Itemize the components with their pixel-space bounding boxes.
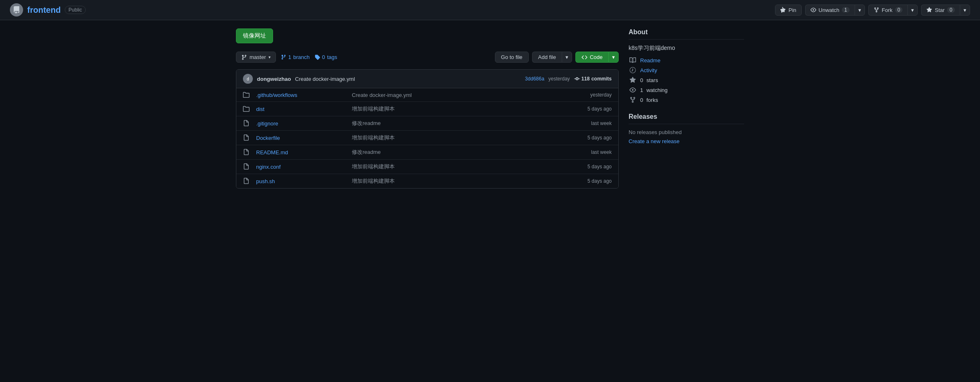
visibility-badge: Public [65, 6, 86, 14]
star-button[interactable]: Star 0 [921, 5, 960, 16]
activity-item[interactable]: Activity [629, 67, 744, 73]
watching-label: watching [646, 87, 667, 93]
file-commit-msg: 修改readme [352, 149, 574, 156]
repo-title: frontend Public [10, 3, 86, 17]
file-icon [243, 178, 251, 184]
forks-item: 0 forks [629, 97, 744, 103]
about-title: About [629, 28, 744, 40]
main-content: 镜像网址 master ▾ 1 branch 0 tags [226, 20, 754, 197]
activity-link[interactable]: Activity [640, 67, 657, 73]
fork-button[interactable]: Fork 0 [868, 5, 908, 16]
fork-label: Fork [882, 7, 893, 13]
file-name[interactable]: README.md [256, 149, 347, 156]
commit-time: yesterday [549, 76, 570, 82]
code-button[interactable]: Code [575, 52, 608, 63]
top-actions: Pin Unwatch 1 ▾ Fork 0 ▾ Star 0 [775, 5, 970, 16]
unwatch-count: 1 [842, 7, 850, 13]
pin-label: Pin [789, 7, 796, 13]
branch-chevron: ▾ [269, 55, 271, 59]
file-action-btns: Go to file Add file ▾ Code ▾ [495, 52, 619, 63]
file-commit-msg: 增加前端构建脚本 [352, 177, 574, 185]
file-icon [243, 149, 251, 156]
code-dropdown[interactable]: ▾ [608, 52, 619, 63]
file-icon [243, 163, 251, 170]
file-name[interactable]: .gitignore [256, 120, 347, 127]
commit-count[interactable]: 118 commits [574, 76, 612, 82]
file-name[interactable]: dist [256, 106, 347, 112]
unwatch-button[interactable]: Unwatch 1 [805, 5, 855, 16]
fork-group: Fork 0 ▾ [868, 5, 918, 16]
file-time: yesterday [579, 92, 612, 98]
file-time: 5 days ago [579, 164, 612, 170]
table-row: push.sh 增加前端构建脚本 5 days ago [236, 174, 618, 188]
repo-name[interactable]: frontend [27, 5, 61, 15]
branches-link[interactable]: 1 branch [281, 54, 310, 60]
commit-count-num: 118 [582, 76, 590, 82]
commit-author[interactable]: dongweizhao [257, 76, 291, 82]
goto-file-button[interactable]: Go to file [495, 52, 529, 63]
tags-link[interactable]: 0 tags [315, 54, 337, 60]
branch-selector[interactable]: master ▾ [236, 52, 276, 63]
table-row: nginx.conf 增加前端构建脚本 5 days ago [236, 160, 618, 174]
file-time: last week [579, 149, 612, 155]
about-section: About k8s学习前端demo Readme Activity 0 s [629, 28, 744, 103]
fork-dropdown[interactable]: ▾ [907, 5, 918, 16]
file-commit-msg: Create docker-image.yml [352, 92, 574, 98]
branch-label: master [250, 54, 266, 60]
file-time: last week [579, 120, 612, 126]
fork-count: 0 [895, 7, 903, 13]
releases-title: Releases [629, 113, 744, 124]
book-icon [629, 57, 637, 64]
file-icon [243, 120, 251, 127]
branches-count: 1 [288, 54, 291, 60]
mirror-button[interactable]: 镜像网址 [236, 28, 273, 43]
file-time: 5 days ago [579, 106, 612, 112]
commit-hash[interactable]: 3dd686a [525, 76, 544, 82]
table-row: .github/workflows Create docker-image.ym… [236, 88, 618, 102]
star-sidebar-icon [629, 77, 637, 83]
unwatch-group: Unwatch 1 ▾ [805, 5, 865, 16]
create-release-link[interactable]: Create a new release [629, 138, 680, 144]
readme-item[interactable]: Readme [629, 57, 744, 64]
file-time: 5 days ago [579, 178, 612, 184]
eye-sidebar-icon [629, 87, 637, 93]
unwatch-dropdown[interactable]: ▾ [855, 5, 865, 16]
add-file-button[interactable]: Add file [532, 52, 562, 63]
watching-item: 1 watching [629, 87, 744, 93]
unwatch-label: Unwatch [819, 7, 840, 13]
file-name[interactable]: Dockerfile [256, 135, 347, 141]
star-count: 0 [947, 7, 955, 13]
add-file-dropdown[interactable]: ▾ [562, 52, 572, 63]
table-row: README.md 修改readme last week [236, 145, 618, 160]
file-name[interactable]: nginx.conf [256, 164, 347, 170]
readme-link[interactable]: Readme [640, 57, 660, 64]
releases-section: Releases No releases published Create a … [629, 113, 744, 144]
activity-icon [629, 67, 637, 73]
about-description: k8s学习前端demo [629, 45, 744, 52]
commit-message: Create docker-image.yml [295, 76, 521, 82]
folder-icon [243, 92, 251, 98]
commit-info-row: d dongweizhao Create docker-image.yml 3d… [236, 70, 618, 88]
star-dropdown[interactable]: ▾ [960, 5, 970, 16]
code-label: Code [590, 54, 603, 60]
sidebar: About k8s学习前端demo Readme Activity 0 s [629, 28, 744, 189]
file-commit-msg: 增加前端构建脚本 [352, 105, 574, 113]
code-btn-group: Code ▾ [575, 52, 619, 63]
star-label: Star [935, 7, 945, 13]
table-row: Dockerfile 增加前端构建脚本 5 days ago [236, 131, 618, 145]
file-commit-msg: 修改readme [352, 120, 574, 127]
file-commit-msg: 增加前端构建脚本 [352, 134, 574, 141]
fork-sidebar-icon [629, 97, 637, 103]
table-row: .gitignore 修改readme last week [236, 116, 618, 131]
file-commit-msg: 增加前端构建脚本 [352, 163, 574, 170]
top-bar: frontend Public Pin Unwatch 1 ▾ Fork 0 ▾ [0, 0, 980, 20]
pin-button[interactable]: Pin [775, 5, 802, 16]
stars-label: stars [646, 77, 658, 83]
star-group: Star 0 ▾ [921, 5, 970, 16]
forks-label: forks [646, 97, 658, 103]
file-name[interactable]: push.sh [256, 178, 347, 184]
file-name[interactable]: .github/workflows [256, 92, 347, 98]
stars-count: 0 [640, 77, 643, 83]
repo-avatar [10, 3, 23, 17]
forks-count: 0 [640, 97, 643, 103]
